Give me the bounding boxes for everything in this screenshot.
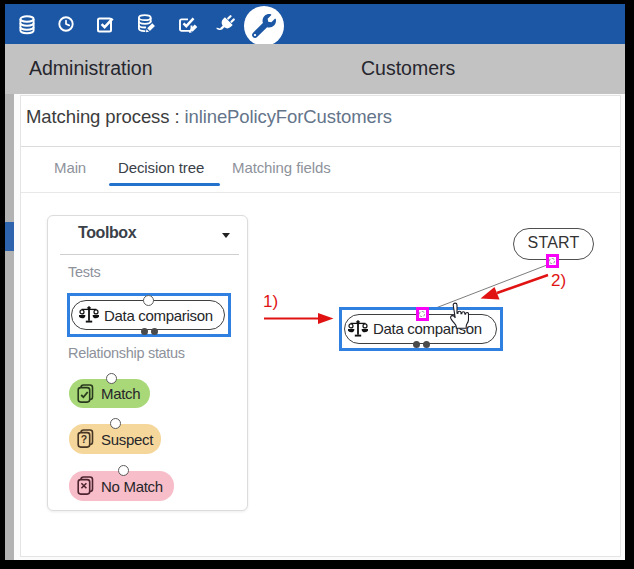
svg-text:?: ? <box>81 433 87 445</box>
